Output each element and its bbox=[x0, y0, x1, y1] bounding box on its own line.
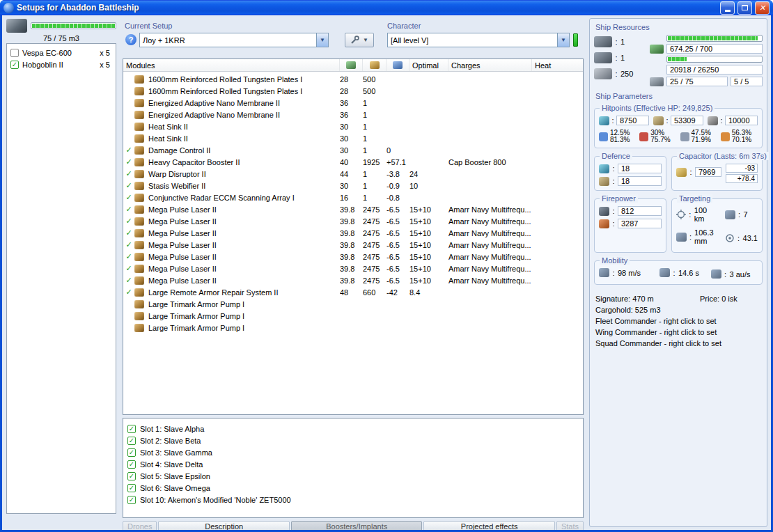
module-cap-use: -6.5 bbox=[386, 229, 409, 237]
column-charges[interactable]: Charges bbox=[448, 59, 532, 71]
module-name: Large Trimark Armor Pump I bbox=[147, 312, 340, 320]
module-row[interactable]: ✓ Mega Pulse Laser II 39.8 2475 -6.5 15+… bbox=[123, 203, 583, 215]
module-row[interactable]: ✓ Warp Disruptor II 44 1 -3.8 24 bbox=[123, 168, 583, 180]
module-row[interactable]: Heat Sink II 30 1 bbox=[123, 120, 583, 132]
module-active-check: ✓ bbox=[123, 146, 134, 155]
module-row[interactable]: ✓ Stasis Webifier II 30 1 -0.9 10 bbox=[123, 180, 583, 191]
module-row[interactable]: ✓ Mega Pulse Laser II 39.8 2475 -6.5 15+… bbox=[123, 227, 583, 239]
module-cap-use: -6.5 bbox=[386, 205, 409, 214]
implant-checkbox[interactable] bbox=[127, 484, 136, 492]
implant-row[interactable]: Slot 1: Slave Alpha bbox=[127, 423, 579, 435]
module-row[interactable]: ✓ Mega Pulse Laser II 39.8 2475 -6.5 15+… bbox=[123, 239, 583, 251]
module-row[interactable]: ✓ Mega Pulse Laser II 39.8 2475 -6.5 15+… bbox=[123, 263, 583, 274]
implant-row[interactable]: Slot 2: Slave Beta bbox=[127, 435, 579, 446]
capacitor-amount-value: 7969 bbox=[695, 167, 721, 177]
module-optimal: 15+10 bbox=[409, 241, 448, 249]
module-row[interactable]: Large Trimark Armor Pump I bbox=[123, 310, 583, 322]
setup-tools-button[interactable] bbox=[345, 33, 374, 47]
column-optimal[interactable]: Optimal bbox=[409, 59, 448, 71]
bottom-tab[interactable]: Stats bbox=[556, 521, 584, 530]
implant-row[interactable]: Slot 4: Slave Delta bbox=[127, 458, 579, 470]
drone-checkbox[interactable] bbox=[10, 61, 19, 69]
module-charges: Cap Booster 800 bbox=[448, 158, 532, 166]
squad-commander-label[interactable]: Squad Commander - right click to set bbox=[595, 338, 761, 349]
bottom-tab[interactable]: Projected effects bbox=[423, 521, 554, 530]
drone-checkbox[interactable] bbox=[10, 49, 19, 57]
column-cpu[interactable] bbox=[340, 59, 363, 71]
module-row[interactable]: Heat Sink II 30 1 bbox=[123, 132, 583, 144]
maximize-button[interactable] bbox=[737, 1, 752, 15]
module-row[interactable]: ✓ Mega Pulse Laser II 39.8 2475 -6.5 15+… bbox=[123, 215, 583, 227]
module-row[interactable]: ✓ Conjunctive Radar ECCM Scanning Array … bbox=[123, 191, 583, 203]
module-row[interactable]: Energized Adaptive Nano Membrane II 36 1 bbox=[123, 97, 583, 109]
module-row[interactable]: ✓ Large Remote Armor Repair System II 48… bbox=[123, 286, 583, 298]
implant-name: Slot 3: Slave Gamma bbox=[140, 448, 212, 457]
implant-checkbox[interactable] bbox=[127, 425, 136, 433]
turret-icon bbox=[594, 36, 612, 47]
column-modules[interactable]: Modules bbox=[123, 59, 340, 71]
module-active-check: ✓ bbox=[123, 205, 134, 214]
close-button[interactable] bbox=[755, 1, 770, 15]
volley-value: 3287 bbox=[618, 219, 662, 228]
hitpoints-group: Hitpoints (Effective HP: 249,825) 8750 5… bbox=[594, 108, 763, 148]
implant-row[interactable]: Slot 10: Akemon's Modified 'Noble' ZET50… bbox=[127, 494, 579, 506]
implants-panel: Slot 1: Slave Alpha Slot 2: Slave Beta S… bbox=[123, 418, 584, 518]
implant-row[interactable]: Slot 5: Slave Epsilon bbox=[127, 470, 579, 482]
armor-resist-value: 70.1% bbox=[732, 136, 751, 143]
drone-list-item[interactable]: Hobgoblin II x 5 bbox=[8, 58, 114, 70]
setup-combo[interactable]: Лоу + 1KRR bbox=[139, 33, 329, 47]
armor-hp: 53309 bbox=[653, 116, 703, 125]
modules-table-header[interactable]: Modules Optimal Charges Heat bbox=[123, 59, 583, 72]
implant-checkbox[interactable] bbox=[127, 496, 136, 504]
module-active-check: ✓ bbox=[123, 276, 134, 285]
module-row[interactable]: Large Trimark Armor Pump I bbox=[123, 322, 583, 334]
module-row[interactable]: ✓ Mega Pulse Laser II 39.8 2475 -6.5 15+… bbox=[123, 274, 583, 286]
module-row[interactable]: ✓ Damage Control II 30 1 0 bbox=[123, 144, 583, 156]
implant-row[interactable]: Slot 6: Slave Omega bbox=[127, 482, 579, 494]
bottom-tab[interactable]: Description bbox=[158, 521, 289, 530]
help-button[interactable] bbox=[125, 34, 136, 45]
bottom-tab[interactable]: Drones bbox=[123, 521, 157, 530]
powergrid-usage: 20918 / 26250 bbox=[666, 65, 763, 75]
column-heat[interactable]: Heat bbox=[532, 59, 583, 71]
implant-checkbox[interactable] bbox=[127, 472, 136, 480]
armor-icon bbox=[653, 116, 664, 125]
module-row[interactable]: 1600mm Reinforced Rolled Tungsten Plates… bbox=[123, 73, 583, 85]
chevron-down-icon[interactable] bbox=[316, 33, 328, 47]
module-row[interactable]: Energized Adaptive Nano Membrane II 36 1 bbox=[123, 109, 583, 120]
module-row[interactable]: ✓ Mega Pulse Laser II 39.8 2475 -6.5 15+… bbox=[123, 251, 583, 263]
fleet-commander-label[interactable]: Fleet Commander - right click to set bbox=[595, 315, 761, 327]
titlebar[interactable]: Setups for Abaddon Battleship bbox=[0, 0, 773, 15]
wing-commander-label[interactable]: Wing Commander - right click to set bbox=[595, 327, 761, 338]
column-powergrid[interactable] bbox=[363, 59, 386, 71]
module-cap-use: -6.5 bbox=[386, 217, 409, 226]
module-name: Mega Pulse Laser II bbox=[147, 265, 340, 273]
module-row[interactable]: ✓ Heavy Capacitor Booster II 40 1925 +57… bbox=[123, 156, 583, 168]
implant-checkbox[interactable] bbox=[127, 460, 136, 469]
module-optimal: 24 bbox=[409, 170, 448, 178]
column-capacitor[interactable] bbox=[386, 59, 409, 71]
bottom-tab[interactable]: Boosters/Implants bbox=[291, 521, 422, 530]
armor-repair: 18 bbox=[599, 176, 662, 186]
launcher-hardpoints: 1 bbox=[594, 52, 646, 63]
module-active-check: ✓ bbox=[123, 157, 134, 166]
drone-list-item[interactable]: Vespa EC-600 x 5 bbox=[8, 47, 114, 58]
module-row[interactable]: 1600mm Reinforced Rolled Tungsten Plates… bbox=[123, 85, 583, 97]
minimize-button[interactable] bbox=[720, 1, 735, 15]
chevron-down-icon[interactable] bbox=[557, 33, 569, 47]
implant-checkbox[interactable] bbox=[127, 437, 136, 445]
armor-repair-value: 18 bbox=[618, 176, 662, 186]
shield-recharge-icon bbox=[599, 164, 609, 173]
implant-row[interactable]: Slot 3: Slave Gamma bbox=[127, 446, 579, 458]
module-active-check: ✓ bbox=[123, 240, 134, 249]
module-icon bbox=[134, 300, 144, 308]
implant-checkbox[interactable] bbox=[127, 448, 136, 457]
module-name: Energized Adaptive Nano Membrane II bbox=[147, 99, 340, 107]
character-combo[interactable]: [All level V] bbox=[387, 33, 570, 47]
capacitor-group: Capacitor (Lasts: 6m 37s) 7969 -93 +78.4 bbox=[671, 156, 763, 191]
module-cap-use: -0.9 bbox=[386, 182, 409, 190]
module-cpu: 39.8 bbox=[340, 276, 363, 285]
capacitor-amount: 7969 bbox=[676, 167, 721, 177]
drone-capacity-bar bbox=[31, 22, 116, 29]
module-row[interactable]: Large Trimark Armor Pump I bbox=[123, 298, 583, 310]
